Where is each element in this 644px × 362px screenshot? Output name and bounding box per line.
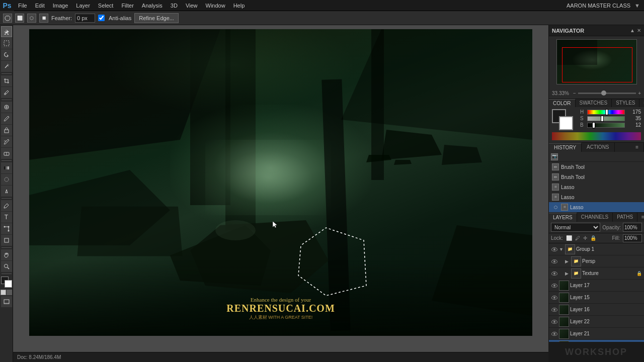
opacity-input[interactable] (623, 223, 642, 232)
eyedropper-tool[interactable] (1, 87, 12, 98)
antialias-checkbox[interactable] (98, 15, 105, 21)
navigator-zoom-slider[interactable] (578, 93, 636, 94)
navigator-thumbnail[interactable] (556, 39, 637, 84)
lock-position-icon[interactable]: ✛ (583, 235, 587, 241)
marquee-tool[interactable] (1, 38, 12, 49)
brightness-slider[interactable] (587, 123, 625, 128)
menu-file[interactable]: File (14, 0, 31, 11)
layer-vis-15[interactable] (551, 294, 558, 301)
menu-image[interactable]: Image (49, 0, 72, 11)
navigator-collapse-btn[interactable]: ▲ (630, 28, 635, 33)
shape-tool[interactable] (1, 235, 12, 246)
layer-row-21[interactable]: Layer 21 (549, 328, 644, 340)
pen-tool[interactable] (1, 200, 12, 211)
tab-styles[interactable]: STYLES (612, 99, 639, 107)
saturation-slider[interactable] (587, 116, 625, 121)
navigator-close-btn[interactable]: ✕ (637, 28, 641, 33)
move-tool[interactable] (1, 26, 12, 37)
lasso-type-btn2[interactable]: ⬡ (27, 14, 36, 23)
history-item-0[interactable]: ✏ Brush Tool (549, 162, 644, 172)
history-item-2[interactable]: ⌗ Lasso (549, 182, 644, 192)
history-item-1[interactable]: ✏ Brush Tool (549, 172, 644, 182)
history-options-btn[interactable]: ≡ (630, 143, 644, 152)
tab-swatches[interactable]: SWATCHES (576, 99, 612, 107)
layer-row-15[interactable]: Layer 15 (549, 292, 644, 304)
layer-vis-group1[interactable] (551, 246, 558, 253)
menu-layer[interactable]: Layer (72, 0, 94, 11)
menu-analysis[interactable]: Analysis (138, 0, 167, 11)
color-options-btn[interactable]: ≡ (639, 99, 644, 107)
canvas-area[interactable]: Enhance the design of your RENRENSUCAI.C… (13, 25, 548, 362)
zoom-tool[interactable] (1, 261, 12, 272)
layer-vis-21[interactable] (551, 330, 558, 337)
layer-vis-texture[interactable] (551, 270, 558, 277)
color-spectrum[interactable] (552, 132, 641, 140)
layer-row-17[interactable]: Layer 17 (549, 280, 644, 292)
hue-slider[interactable] (587, 110, 625, 115)
lock-image-icon[interactable]: 🖊 (575, 235, 580, 241)
layer-expand-group1[interactable]: ▼ (559, 247, 564, 252)
fill-input[interactable] (623, 234, 642, 242)
stamp-tool[interactable] (1, 125, 12, 136)
quick-mask-mode[interactable] (1, 290, 12, 295)
artwork[interactable]: Enhance the design of your RENRENSUCAI.C… (29, 29, 532, 336)
background-color[interactable] (559, 116, 573, 130)
menu-window[interactable]: Window (202, 0, 229, 11)
blur-tool[interactable] (1, 174, 12, 185)
layer-vis-17[interactable] (551, 282, 558, 289)
layer-row-texture[interactable]: ▶ 📁 Texture 🔒 (549, 267, 644, 280)
gradient-tool[interactable] (1, 162, 12, 173)
text-tool[interactable]: T (1, 212, 12, 223)
blend-mode-select[interactable]: Normal (551, 223, 600, 232)
dodge-tool[interactable] (1, 186, 12, 197)
history-brush-tool[interactable] (1, 136, 12, 147)
layers-options-btn[interactable]: ≡ (637, 213, 644, 222)
lasso-tool-icon[interactable] (3, 14, 12, 23)
eraser-tool[interactable] (1, 148, 12, 159)
navigator-header: NAVIGATOR ▲ ✕ (549, 25, 644, 36)
history-item-4[interactable]: ⬡ ⌗ Lasso (549, 202, 644, 212)
fg-bg-colors[interactable] (1, 277, 12, 288)
navigator-zoom-in-btn[interactable]: + (638, 90, 641, 96)
layer-arrow-persp[interactable]: ▶ (565, 259, 570, 264)
lasso-tool[interactable] (1, 49, 12, 60)
path-selection-tool[interactable] (1, 223, 12, 234)
fg-bg-swatches[interactable] (552, 109, 577, 130)
tab-channels[interactable]: CHANNELS (577, 213, 613, 222)
lasso-type-btn1[interactable]: ⬜ (15, 14, 24, 23)
menu-select[interactable]: Select (94, 0, 118, 11)
menu-3d[interactable]: 3D (167, 0, 182, 11)
lock-all-icon[interactable]: 🔒 (590, 235, 596, 241)
menu-view[interactable]: View (182, 0, 202, 11)
title-close-btn[interactable]: ▼ (634, 3, 640, 9)
tab-actions[interactable]: ACTIONS (582, 143, 614, 152)
heal-tool[interactable] (1, 102, 12, 113)
menu-edit[interactable]: Edit (31, 0, 49, 11)
layer-row-22[interactable]: Layer 22 (549, 316, 644, 328)
layer-row-group1[interactable]: ▼ 📁 Group 1 (549, 243, 644, 255)
layer-arrow-texture[interactable]: ▶ (565, 271, 570, 276)
history-item-3[interactable]: ⌗ Lasso (549, 192, 644, 202)
layer-row-persp[interactable]: ▶ 📁 Persp (549, 255, 644, 267)
lasso-type-btn3[interactable]: 🔲 (39, 14, 48, 23)
layer-vis-16[interactable] (551, 306, 558, 313)
layer-vis-persp[interactable] (551, 258, 558, 265)
navigator-zoom-out-btn[interactable]: − (573, 90, 576, 96)
tab-history[interactable]: HISTORY (549, 143, 582, 152)
menu-help[interactable]: Help (229, 0, 249, 11)
layer-vis-22[interactable] (551, 318, 558, 325)
hand-tool[interactable] (1, 249, 12, 260)
magic-wand-tool[interactable] (1, 61, 12, 72)
screen-mode-btn[interactable] (1, 296, 12, 307)
crop-tool[interactable] (1, 75, 12, 86)
layer-row-16[interactable]: Layer 16 (549, 304, 644, 316)
tab-layers[interactable]: LAYERS (549, 213, 577, 222)
lock-pixels-icon[interactable]: ⬜ (566, 235, 572, 241)
tab-paths[interactable]: PATHS (613, 213, 637, 222)
brush-tool[interactable] (1, 113, 12, 124)
new-snapshot-btn[interactable]: 📷 (551, 153, 558, 160)
tab-color[interactable]: COLOR (549, 99, 576, 107)
feather-input[interactable] (75, 14, 95, 23)
refine-edge-button[interactable]: Refine Edge... (134, 13, 179, 23)
menu-filter[interactable]: Filter (117, 0, 137, 11)
